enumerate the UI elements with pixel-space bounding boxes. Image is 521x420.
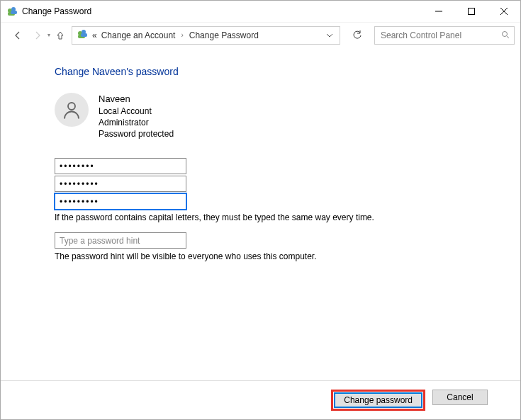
search-icon	[501, 29, 510, 42]
svg-point-14	[68, 103, 75, 110]
avatar	[55, 93, 89, 127]
address-bar[interactable]: « Change an Account › Change Password	[72, 26, 340, 45]
address-dropdown-button[interactable]	[324, 32, 335, 39]
svg-rect-5	[469, 8, 475, 15]
breadcrumb-prefix: «	[92, 30, 97, 40]
caps-note: If the password contains capital letters…	[55, 212, 520, 222]
highlight-box: Change password	[331, 390, 425, 411]
minimize-button[interactable]	[422, 1, 455, 22]
user-summary: Naveen Local Account Administrator Passw…	[55, 93, 520, 140]
user-name: Naveen	[99, 93, 174, 106]
svg-line-13	[507, 36, 509, 38]
page-heading: Change Naveen's password	[55, 66, 520, 77]
svg-rect-3	[11, 11, 17, 14]
refresh-button[interactable]	[347, 26, 367, 45]
svg-point-12	[503, 31, 508, 36]
up-button[interactable]	[52, 27, 69, 44]
forward-button[interactable]	[29, 27, 46, 44]
search-box[interactable]	[374, 26, 515, 45]
breadcrumb-item[interactable]: Change Password	[189, 30, 259, 40]
chevron-right-icon: ›	[179, 31, 184, 39]
title-bar: Change Password	[1, 1, 520, 22]
user-accounts-icon	[6, 6, 18, 17]
confirm-password-input[interactable]	[55, 193, 186, 210]
maximize-button[interactable]	[455, 1, 488, 22]
toolbar: ▾ « Change an Account › Change Password	[1, 22, 520, 47]
password-hint-input[interactable]	[55, 232, 186, 249]
user-account-type: Local Account	[99, 106, 174, 117]
search-input[interactable]	[379, 30, 501, 41]
hint-note: The password hint will be visible to eve…	[55, 251, 520, 261]
user-role: Administrator	[99, 117, 174, 128]
current-password-input[interactable]	[55, 158, 186, 174]
content-area: Change Naveen's password Naveen Local Ac…	[1, 47, 520, 380]
recent-locations-button[interactable]: ▾	[47, 32, 50, 38]
user-accounts-icon	[77, 28, 88, 42]
change-password-button[interactable]: Change password	[334, 392, 422, 408]
breadcrumb-item[interactable]: Change an Account	[101, 30, 176, 40]
cancel-button[interactable]: Cancel	[432, 390, 488, 405]
close-button[interactable]	[488, 1, 520, 22]
window-title: Change Password	[22, 6, 422, 16]
user-password-status: Password protected	[99, 128, 174, 140]
svg-rect-11	[81, 33, 87, 37]
footer: Change password Cancel	[1, 380, 520, 419]
back-button[interactable]	[9, 27, 26, 44]
new-password-input[interactable]	[55, 176, 186, 192]
